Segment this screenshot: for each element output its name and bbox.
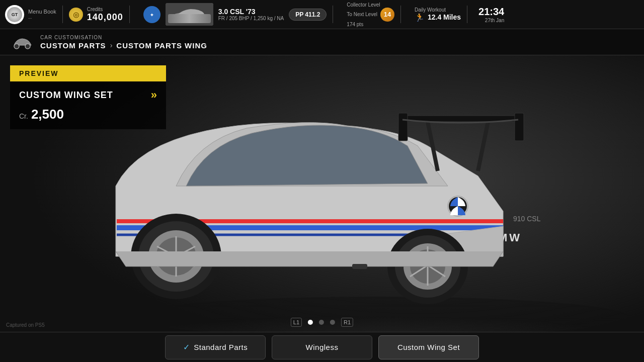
- time-section: 21:34 27th Jan: [478, 6, 504, 23]
- dot-1: [308, 320, 313, 325]
- svg-rect-35: [398, 113, 408, 141]
- svg-point-7: [25, 44, 30, 49]
- standard-parts-label: Standard Parts: [194, 343, 248, 351]
- collector-section: Collector Level To Next Level 14 174 pts: [347, 2, 394, 27]
- collector-next-level: To Next Level: [347, 12, 377, 17]
- price-cr-label: Cr.: [19, 112, 28, 120]
- breadcrumb-items: CUSTOM PARTS › CUSTOM PARTS WING: [40, 41, 207, 50]
- bottom-bar: ✓ Standard Parts Wingless Custom Wing Se…: [0, 332, 644, 362]
- car-customisation-icon: [10, 34, 34, 50]
- carousel-right-btn[interactable]: R1: [341, 318, 353, 327]
- dot-3: [330, 320, 335, 325]
- menu-book-text: Menu Book --: [28, 9, 56, 21]
- svg-point-4: [177, 15, 183, 21]
- car-name: 3.0 CSL '73: [218, 8, 284, 16]
- wingless-label: Wingless: [306, 343, 339, 351]
- breadcrumb-arrow: ›: [110, 41, 113, 49]
- custom-wing-set-label: Custom Wing Set: [397, 343, 460, 351]
- svg-rect-36: [515, 113, 524, 141]
- svg-rect-2: [166, 3, 213, 26]
- dot-2: [319, 320, 324, 325]
- double-chevron-icon: »: [151, 88, 157, 102]
- divider-2: [129, 6, 130, 23]
- credits-section: ◎ Credits 140,000: [69, 7, 123, 23]
- workout-row: 🏃 12.4 Miles: [415, 13, 461, 22]
- breadcrumb-item-2: CUSTOM PARTS WING: [116, 41, 207, 50]
- gt-logo-inner: [7, 7, 22, 22]
- preview-panel: PREVIEW CUSTOM WING SET » Cr. 2,500: [10, 65, 166, 129]
- menu-book[interactable]: Menu Book --: [5, 5, 56, 24]
- car-thumbnail-svg: [166, 3, 213, 26]
- date-display: 27th Jan: [485, 18, 504, 23]
- car-specs: FR / 205 BHP / 1,250 kg / NA: [218, 16, 284, 21]
- price-row: Cr. 2,500: [19, 107, 157, 122]
- collector-label: Collector Level: [347, 2, 394, 8]
- breadcrumb-col: CAR CUSTOMISATION CUSTOM PARTS › CUSTOM …: [40, 35, 207, 50]
- pp-badge: PP 411.2: [289, 9, 327, 21]
- main-content: BMW: [0, 55, 644, 332]
- breadcrumb-item-1[interactable]: CUSTOM PARTS: [40, 41, 106, 50]
- preview-label: PREVIEW: [10, 65, 166, 81]
- car-icon: ✦: [143, 6, 160, 23]
- custom-wing-set-btn[interactable]: Custom Wing Set: [378, 335, 479, 359]
- gt-logo: [5, 5, 24, 24]
- check-icon: ✓: [183, 342, 190, 352]
- top-bar: Menu Book -- ◎ Credits 140,000 ✦: [0, 0, 644, 29]
- wing-set-name: CUSTOM WING SET: [19, 90, 113, 101]
- menu-book-sub: --: [28, 15, 56, 21]
- svg-point-6: [14, 44, 19, 49]
- divider-4: [400, 6, 401, 23]
- collector-level-badge: 14: [380, 8, 394, 22]
- price-amount: 2,500: [31, 107, 64, 122]
- daily-workout-label: Daily Workout: [415, 7, 461, 13]
- time-display: 21:34: [478, 6, 504, 18]
- breadcrumb-bar: CAR CUSTOMISATION CUSTOM PARTS › CUSTOM …: [0, 29, 644, 55]
- carousel-left-btn[interactable]: L1: [291, 318, 302, 327]
- car-thumbnail: [166, 3, 213, 26]
- runner-icon: 🏃: [415, 13, 425, 22]
- credits-coin-icon: ◎: [69, 8, 83, 22]
- wingless-btn[interactable]: Wingless: [272, 335, 372, 359]
- credits-label: Credits: [87, 7, 123, 12]
- wing-set-row: CUSTOM WING SET »: [19, 88, 157, 102]
- breadcrumb-section-label: CAR CUSTOMISATION: [40, 35, 207, 40]
- car-service-icon: ✦: [147, 10, 157, 20]
- carousel-dots: L1 R1: [291, 318, 353, 327]
- svg-rect-39: [352, 264, 367, 269]
- daily-workout-section: Daily Workout 🏃 12.4 Miles: [415, 7, 461, 22]
- divider-1: [62, 6, 63, 23]
- svg-text:✦: ✦: [150, 13, 154, 18]
- svg-text:910 CSL: 910 CSL: [513, 215, 541, 223]
- credits-amount: 140,000: [87, 12, 123, 23]
- standard-parts-btn[interactable]: ✓ Standard Parts: [165, 335, 266, 359]
- preview-content: CUSTOM WING SET » Cr. 2,500: [10, 81, 166, 129]
- car-display: BMW: [0, 55, 644, 332]
- daily-workout-miles: 12.4 Miles: [428, 13, 461, 21]
- car-details: 3.0 CSL '73 FR / 205 BHP / 1,250 kg / NA: [218, 8, 284, 21]
- collector-row: To Next Level 14: [347, 8, 394, 22]
- captured-text: Captured on PS5: [6, 322, 45, 328]
- car-section: ✦ 3.0 CSL '73 FR / 205 BHP / 1,250 kg / …: [143, 3, 284, 26]
- credits-info: Credits 140,000: [87, 7, 123, 23]
- menu-book-label: Menu Book: [28, 9, 56, 15]
- divider-3: [333, 6, 333, 23]
- svg-point-5: [197, 15, 203, 21]
- collector-pts: 174 pts: [347, 22, 394, 27]
- divider-5: [467, 6, 467, 23]
